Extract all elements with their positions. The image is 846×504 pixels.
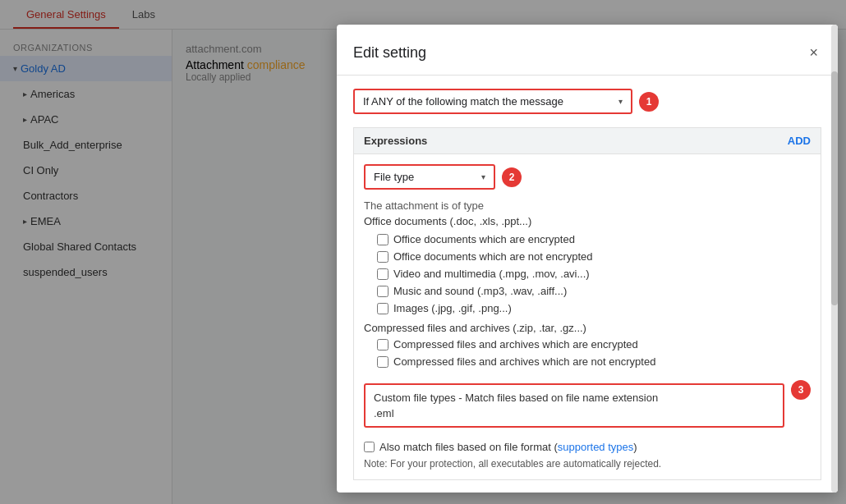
file-type-row: File type ▾ 2	[364, 164, 811, 190]
condition-select-text: If ANY of the following match the messag…	[363, 95, 563, 108]
custom-file-badge: 3	[791, 380, 811, 400]
checkbox-label: Images (.jpg, .gif, .png...)	[393, 302, 512, 314]
checkbox-office-encrypted[interactable]	[377, 234, 389, 245]
modal-body: If ANY of the following match the messag…	[337, 76, 838, 493]
expressions-header: Expressions ADD	[353, 127, 821, 153]
checkbox-row-video: Video and multimedia (.mpg, .mov, .avi..…	[364, 265, 811, 282]
checkbox-row-compressed-encrypted: Compressed files and archives which are …	[364, 336, 811, 353]
checkbox-compressed-not-encrypted[interactable]	[377, 356, 389, 368]
expression-content: File type ▾ 2 The attachment is of type …	[353, 153, 821, 480]
custom-file-box[interactable]: Custom file types - Match files based on…	[364, 383, 784, 428]
checkbox-office-not-encrypted[interactable]	[377, 251, 389, 263]
checkbox-images[interactable]	[377, 303, 389, 314]
condition-row: If ANY of the following match the messag…	[353, 89, 821, 114]
attachment-type-label: The attachment is of type	[364, 199, 811, 212]
compressed-label: Compressed files and archives (.zip, .ta…	[364, 322, 811, 334]
file-type-badge: 2	[502, 167, 522, 187]
custom-file-value: .eml	[374, 407, 775, 419]
checkbox-also-match[interactable]	[364, 442, 375, 452]
checkbox-row-compressed-not-encrypted: Compressed files and archives which are …	[364, 353, 811, 370]
condition-badge: 1	[639, 92, 659, 112]
note-text: Note: For your protection, all executabl…	[364, 458, 811, 470]
checkbox-compressed-encrypted[interactable]	[377, 339, 389, 351]
checkbox-video[interactable]	[377, 268, 389, 280]
checkbox-label: Compressed files and archives which are …	[393, 355, 655, 368]
expressions-label: Expressions	[364, 135, 427, 147]
edit-setting-modal: Edit setting × If ANY of the following m…	[337, 25, 838, 493]
checkbox-label: Office documents which are not encrypted	[393, 250, 593, 263]
checkbox-row-office-not-encrypted: Office documents which are not encrypted	[364, 248, 811, 265]
custom-file-title: Custom file types - Match files based on…	[374, 392, 775, 404]
checkbox-label: Music and sound (.mp3, .wav, .aiff...)	[393, 285, 567, 297]
chevron-down-icon: ▾	[481, 172, 485, 181]
also-match-row: Also match files based on file format (s…	[364, 441, 811, 453]
checkbox-row-music: Music and sound (.mp3, .wav, .aiff...)	[364, 282, 811, 300]
checkbox-row-images: Images (.jpg, .gif, .png...)	[364, 300, 811, 317]
checkbox-label: Compressed files and archives which are …	[393, 338, 638, 351]
modal-close-button[interactable]: ×	[806, 41, 821, 65]
add-expression-button[interactable]: ADD	[788, 135, 811, 147]
file-type-select[interactable]: File type ▾	[364, 164, 495, 190]
condition-select[interactable]: If ANY of the following match the messag…	[353, 89, 632, 114]
checkbox-label: Video and multimedia (.mpg, .mov, .avi..…	[393, 268, 590, 280]
checkbox-label: Office documents which are encrypted	[393, 233, 575, 245]
scroll-thumb	[831, 71, 838, 305]
scroll-indicator	[831, 25, 838, 493]
supported-types-link[interactable]: supported types	[558, 441, 634, 453]
modal-overlay: Edit setting × If ANY of the following m…	[0, 0, 846, 504]
office-docs-label: Office documents (.doc, .xls, .ppt...)	[364, 215, 811, 227]
chevron-down-icon: ▾	[618, 97, 623, 106]
modal-header: Edit setting ×	[337, 25, 838, 76]
also-match-text: Also match files based on file format (s…	[379, 441, 637, 453]
modal-title: Edit setting	[353, 44, 426, 62]
checkbox-row-office-encrypted: Office documents which are encrypted	[364, 231, 811, 248]
file-type-text: File type	[374, 171, 414, 183]
checkbox-music[interactable]	[377, 286, 389, 297]
